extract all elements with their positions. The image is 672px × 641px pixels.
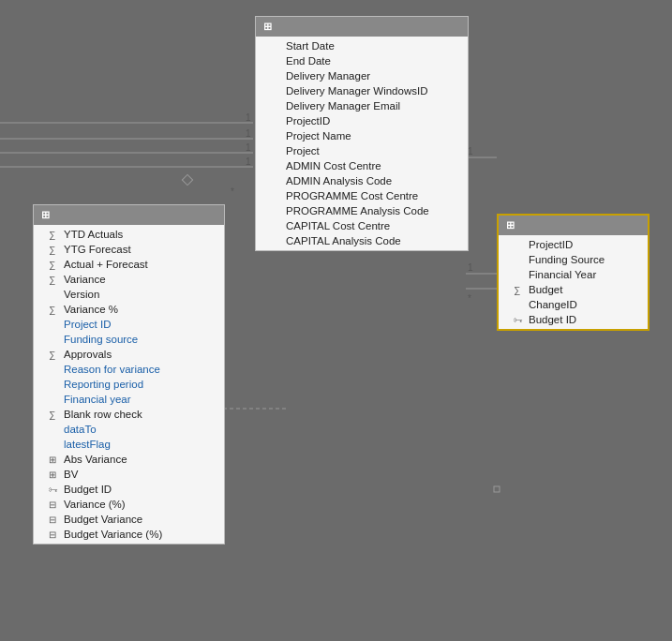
field-label: ChangeID xyxy=(529,299,577,310)
field-label: Budget Variance (%) xyxy=(64,529,162,540)
key-icon: 🗝 xyxy=(514,315,525,325)
field-label: Budget ID xyxy=(529,314,576,325)
sum-icon: ∑ xyxy=(49,305,60,315)
table-row: CAPITAL Cost Centre xyxy=(256,218,468,233)
field-label: Blank row check xyxy=(64,409,142,420)
table-row: Financial year xyxy=(34,392,224,407)
table-row: Delivery Manager Email xyxy=(256,98,468,113)
field-label: Project ID xyxy=(64,319,112,330)
field-label: Variance % xyxy=(64,304,118,315)
table-row: Funding source xyxy=(34,332,224,347)
table-row: ∑Variance xyxy=(34,272,224,287)
field-label: Abs Variance xyxy=(64,454,127,465)
field-label: Project Name xyxy=(286,130,351,142)
table-row: latestFlag xyxy=(34,437,224,452)
table-field-icon: ⊞ xyxy=(49,455,60,465)
field-label: ProjectID xyxy=(286,115,330,127)
table-row: Start Date xyxy=(256,38,468,53)
field-label: End Date xyxy=(286,55,331,67)
table-row: ⊟Budget Variance xyxy=(34,512,224,527)
table-row: ⊟Budget Variance (%) xyxy=(34,527,224,542)
table-row: ProjectID xyxy=(256,113,468,128)
table-icon-summary: ⊞ xyxy=(41,209,50,221)
field-label: Approvals xyxy=(64,349,112,360)
field-label: Start Date xyxy=(286,40,335,52)
svg-text:1: 1 xyxy=(246,157,251,167)
svg-rect-8 xyxy=(182,174,192,185)
table-field-icon: ⊟ xyxy=(49,514,60,525)
table-row: ∑YTD Actuals xyxy=(34,227,224,242)
table-row: CAPITAL Analysis Code xyxy=(256,233,468,248)
table-row: ProjectID xyxy=(499,237,648,252)
svg-text:1: 1 xyxy=(246,128,251,139)
budget-body: ProjectIDFunding SourceFinancial Year∑Bu… xyxy=(499,235,648,329)
sum-icon: ∑ xyxy=(49,245,60,255)
table-row: Project Name xyxy=(256,128,468,143)
sum-icon: ∑ xyxy=(49,350,60,360)
table-row: ChangeID xyxy=(499,297,648,312)
table-row: Delivery Manager WindowsID xyxy=(256,83,468,98)
field-label: Delivery Manager Email xyxy=(286,100,400,112)
table-row: ADMIN Cost Centre xyxy=(256,158,468,173)
table-row: ∑Actual + Forecast xyxy=(34,257,224,272)
field-label: Reporting period xyxy=(64,379,143,390)
field-label: latestFlag xyxy=(64,439,111,450)
table-row: Version xyxy=(34,287,224,302)
field-label: Financial Year xyxy=(529,269,596,280)
table-row: ∑Approvals xyxy=(34,347,224,362)
table-field-icon: ⊞ xyxy=(49,470,60,480)
field-label: Actual + Forecast xyxy=(64,259,148,270)
field-label: PROGRAMME Analysis Code xyxy=(286,205,429,216)
table-row: Delivery Manager xyxy=(256,68,468,83)
field-label: dataTo xyxy=(64,424,97,435)
field-label: PROGRAMME Cost Centre xyxy=(286,190,418,201)
sum-icon: ∑ xyxy=(514,285,525,295)
table-row: 🗝Budget ID xyxy=(34,482,224,497)
table-row: ∑Budget xyxy=(499,282,648,297)
table-row: Reporting period xyxy=(34,377,224,392)
budget-header: ⊞ xyxy=(499,216,648,235)
field-label: Funding source xyxy=(64,334,138,345)
field-label: Variance xyxy=(64,274,106,285)
table-row: Project xyxy=(256,143,468,158)
field-label: Variance (%) xyxy=(64,499,126,510)
table-row: Financial Year xyxy=(499,267,648,282)
svg-rect-16 xyxy=(494,486,500,492)
field-label: ADMIN Analysis Code xyxy=(286,175,392,186)
summary-header: ⊞ xyxy=(34,205,224,225)
sum-icon: ∑ xyxy=(49,260,60,270)
field-label: Reason for variance xyxy=(64,364,160,375)
svg-text:1: 1 xyxy=(468,262,473,273)
summary-body: ∑YTD Actuals∑YTG Forecast∑Actual + Forec… xyxy=(34,225,224,544)
field-label: Delivery Manager xyxy=(286,70,370,82)
table-row: ⊞BV xyxy=(34,467,224,482)
table-row: dataTo xyxy=(34,422,224,437)
table-row: ADMIN Analysis Code xyxy=(256,173,468,188)
budget-table: ⊞ ProjectIDFunding SourceFinancial Year∑… xyxy=(497,214,650,331)
table-row: PROGRAMME Analysis Code xyxy=(256,203,468,218)
table-row: ∑Blank row check xyxy=(34,407,224,422)
sum-icon: ∑ xyxy=(49,275,60,285)
table-icon-project: ⊞ xyxy=(263,21,272,33)
svg-text:1: 1 xyxy=(246,142,251,153)
field-label: ADMIN Cost Centre xyxy=(286,160,381,171)
table-row: Funding Source xyxy=(499,252,648,267)
field-label: BV xyxy=(64,469,78,480)
svg-text:1: 1 xyxy=(246,112,251,123)
field-label: CAPITAL Cost Centre xyxy=(286,220,390,231)
table-field-icon: ⊟ xyxy=(49,499,60,510)
field-label: Budget xyxy=(529,284,562,295)
key-icon: 🗝 xyxy=(49,484,60,495)
project-details-header: ⊞ xyxy=(256,17,468,37)
table-row: End Date xyxy=(256,53,468,68)
project-details-body: Start DateEnd DateDelivery ManagerDelive… xyxy=(256,37,468,250)
field-label: Delivery Manager WindowsID xyxy=(286,85,427,97)
table-row: Project ID xyxy=(34,317,224,332)
table-row: Reason for variance xyxy=(34,362,224,377)
project-details-table: ⊞ Start DateEnd DateDelivery ManagerDeli… xyxy=(255,16,469,251)
field-label: YTD Actuals xyxy=(64,229,123,240)
field-label: Budget Variance xyxy=(64,514,142,525)
table-field-icon: ⊟ xyxy=(49,529,60,540)
field-label: CAPITAL Analysis Code xyxy=(286,235,401,246)
field-label: ProjectID xyxy=(529,239,573,250)
